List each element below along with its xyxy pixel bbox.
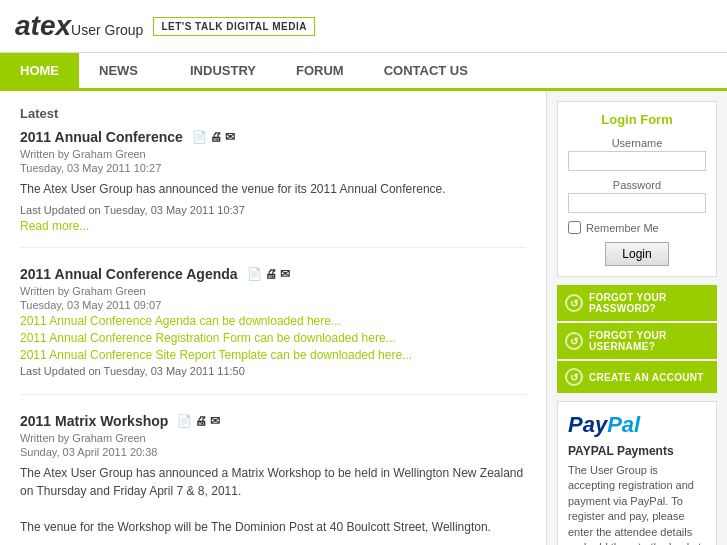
article-title-2: 2011 Annual Conference Agenda 📄 🖨 ✉ xyxy=(20,266,526,282)
email-icon: ✉ xyxy=(225,130,235,144)
remember-label: Remember Me xyxy=(586,222,659,234)
sidebar-actions: ↺ FORGOT YOUR PASSWORD? ↺ FORGOT YOUR US… xyxy=(557,285,717,393)
article-1: 2011 Annual Conference 📄 🖨 ✉ Written by … xyxy=(20,129,526,248)
create-account-button[interactable]: ↺ CREATE AN ACCOUNT xyxy=(557,361,717,393)
pdf-icon: 📄 xyxy=(247,267,262,281)
password-input[interactable] xyxy=(568,193,706,213)
email-icon: ✉ xyxy=(280,267,290,281)
nav-forum[interactable]: FORUM xyxy=(276,53,364,88)
article-2: 2011 Annual Conference Agenda 📄 🖨 ✉ Writ… xyxy=(20,266,526,395)
read-more-1[interactable]: Read more... xyxy=(20,219,89,233)
section-label: Latest xyxy=(20,106,526,121)
header: atexUser Group LET'S TALK DIGITAL MEDIA xyxy=(0,0,727,53)
nav-news[interactable]: NEWS xyxy=(79,53,170,88)
forgot-password-icon: ↺ xyxy=(565,294,583,312)
password-label: Password xyxy=(568,179,706,191)
print-icon: 🖨 xyxy=(265,267,277,281)
article-title-1: 2011 Annual Conference 📄 🖨 ✉ xyxy=(20,129,526,145)
navigation: HOME NEWS INDUSTRY FORUM CONTACT US xyxy=(0,53,727,91)
article-link-2-0[interactable]: 2011 Annual Conference Agenda can be dow… xyxy=(20,314,526,328)
article-title-3: 2011 Matrix Workshop 📄 🖨 ✉ xyxy=(20,413,526,429)
article-date-2: Tuesday, 03 May 2011 09:07 xyxy=(20,299,526,311)
forgot-username-button[interactable]: ↺ FORGOT YOUR USERNAME? xyxy=(557,323,717,359)
article-body-1: The Atex User Group has announced the ve… xyxy=(20,180,526,198)
article-author-3: Written by Graham Green xyxy=(20,432,526,444)
article-link-2-1[interactable]: 2011 Annual Conference Registration Form… xyxy=(20,331,526,345)
username-input[interactable] xyxy=(568,151,706,171)
main-content: Latest 2011 Annual Conference 📄 🖨 ✉ Writ… xyxy=(0,91,547,545)
article-updated-1: Last Updated on Tuesday, 03 May 2011 10:… xyxy=(20,204,526,216)
logo: atexUser Group xyxy=(15,10,143,42)
article-updated-2: Last Updated on Tuesday, 03 May 2011 11:… xyxy=(20,365,526,377)
username-label: Username xyxy=(568,137,706,149)
article-link-2-2[interactable]: 2011 Annual Conference Site Report Templ… xyxy=(20,348,526,362)
remember-row: Remember Me xyxy=(568,221,706,234)
article-body-3: The Atex User Group has announced a Matr… xyxy=(20,464,526,545)
forgot-password-button[interactable]: ↺ FORGOT YOUR PASSWORD? xyxy=(557,285,717,321)
article-icons-1: 📄 🖨 ✉ xyxy=(192,130,235,144)
logo-tagline: LET'S TALK DIGITAL MEDIA xyxy=(153,17,314,36)
nav-industry[interactable]: INDUSTRY xyxy=(170,53,276,88)
article-3: 2011 Matrix Workshop 📄 🖨 ✉ Written by Gr… xyxy=(20,413,526,545)
article-date-1: Tuesday, 03 May 2011 10:27 xyxy=(20,162,526,174)
article-icons-3: 📄 🖨 ✉ xyxy=(177,414,220,428)
forgot-username-icon: ↺ xyxy=(565,332,583,350)
sidebar: Login Form Username Password Remember Me… xyxy=(547,91,727,545)
email-icon: ✉ xyxy=(210,414,220,428)
pdf-icon: 📄 xyxy=(192,130,207,144)
create-account-icon: ↺ xyxy=(565,368,583,386)
article-author-1: Written by Graham Green xyxy=(20,148,526,160)
nav-home[interactable]: HOME xyxy=(0,53,79,88)
paypal-text: The User Group is accepting registration… xyxy=(568,463,706,545)
login-button[interactable]: Login xyxy=(605,242,668,266)
login-form: Login Form Username Password Remember Me… xyxy=(557,101,717,277)
nav-contact[interactable]: CONTACT US xyxy=(364,53,488,88)
article-date-3: Sunday, 03 April 2011 20:38 xyxy=(20,446,526,458)
print-icon: 🖨 xyxy=(210,130,222,144)
pdf-icon: 📄 xyxy=(177,414,192,428)
remember-checkbox[interactable] xyxy=(568,221,581,234)
article-author-2: Written by Graham Green xyxy=(20,285,526,297)
paypal-section: PayPal PAYPAL Payments The User Group is… xyxy=(557,401,717,545)
paypal-title: PAYPAL Payments xyxy=(568,444,706,458)
print-icon: 🖨 xyxy=(195,414,207,428)
content-area: Latest 2011 Annual Conference 📄 🖨 ✉ Writ… xyxy=(0,91,727,545)
article-icons-2: 📄 🖨 ✉ xyxy=(247,267,290,281)
paypal-logo: PayPal xyxy=(568,412,706,438)
login-title: Login Form xyxy=(568,112,706,127)
logo-sub: User Group xyxy=(71,22,143,38)
chevron-down-icon xyxy=(142,68,150,73)
